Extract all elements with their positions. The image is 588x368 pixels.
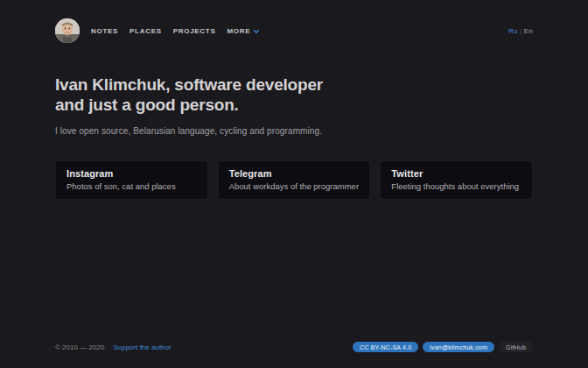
card-instagram[interactable]: Instagram Photos of son, cat and places	[55, 160, 208, 200]
copyright-text: © 2010 — 2020.	[55, 343, 106, 351]
header-left: NOTES PLACES PROJECTS MORE	[55, 18, 260, 43]
lang-en-link[interactable]: En	[524, 27, 533, 35]
nav-item-projects[interactable]: PROJECTS	[173, 27, 216, 35]
avatar[interactable]	[55, 18, 80, 43]
hero-section: Ivan Klimchuk, software developer and ju…	[55, 74, 533, 136]
badge-github[interactable]: GitHub	[499, 342, 533, 352]
card-description: Photos of son, cat and places	[66, 181, 197, 191]
footer-badges: CC BY-NC-SA 4.0 ivan@klimchuk.com GitHub	[353, 342, 533, 352]
card-description: Fleeting thoughts about everything	[391, 181, 522, 191]
nav-item-places[interactable]: PLACES	[130, 27, 162, 35]
lang-ru-link[interactable]: Ru	[508, 27, 518, 35]
main-nav: NOTES PLACES PROJECTS MORE	[91, 27, 260, 35]
nav-more-label: MORE	[227, 27, 250, 35]
footer: © 2010 — 2020. Support the author CC BY-…	[55, 342, 533, 352]
card-telegram[interactable]: Telegram About workdays of the programme…	[218, 160, 371, 200]
card-description: About workdays of the programmer	[229, 181, 360, 191]
lang-separator: |	[520, 27, 522, 35]
nav-item-notes[interactable]: NOTES	[91, 27, 118, 35]
page-title-line2: and just a good person.	[55, 95, 533, 115]
chevron-down-icon	[253, 28, 260, 35]
language-switch: Ru | En	[508, 27, 533, 35]
card-title: Twitter	[391, 168, 522, 179]
page-title: Ivan Klimchuk, software developer and ju…	[55, 74, 533, 115]
nav-item-more[interactable]: MORE	[227, 27, 260, 35]
header: NOTES PLACES PROJECTS MORE Ru | En	[55, 0, 533, 43]
card-twitter[interactable]: Twitter Fleeting thoughts about everythi…	[380, 160, 533, 200]
page-subtitle: I love open source, Belarusian language,…	[55, 126, 533, 136]
badge-license[interactable]: CC BY-NC-SA 4.0	[353, 342, 418, 352]
footer-left: © 2010 — 2020. Support the author	[55, 343, 172, 351]
page-title-line1: Ivan Klimchuk, software developer	[55, 74, 533, 95]
support-author-link[interactable]: Support the author	[113, 343, 171, 351]
card-title: Telegram	[229, 168, 360, 179]
card-title: Instagram	[66, 168, 197, 179]
page: NOTES PLACES PROJECTS MORE Ru | En Ivan …	[0, 0, 588, 368]
social-cards: Instagram Photos of son, cat and places …	[55, 160, 533, 200]
badge-email[interactable]: ivan@klimchuk.com	[423, 342, 494, 352]
avatar-photo	[55, 18, 80, 43]
